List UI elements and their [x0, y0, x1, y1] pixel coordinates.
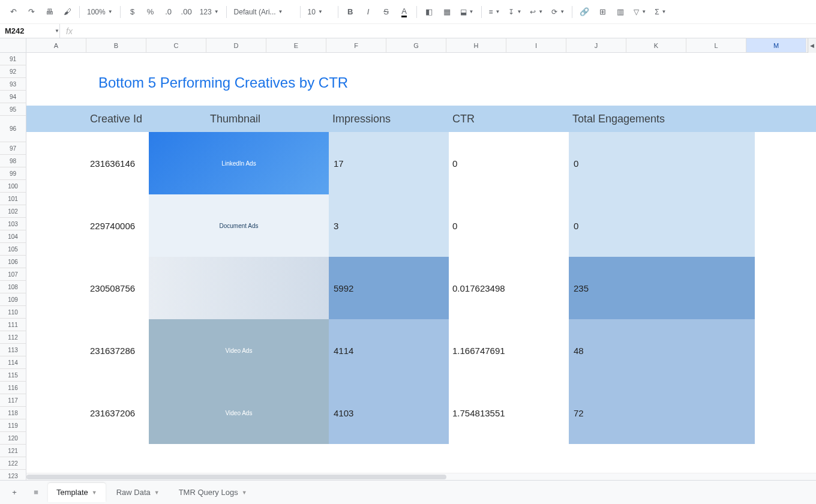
row-header-118[interactable]: 118: [0, 407, 26, 419]
ctr-cell: 0: [452, 158, 457, 169]
row-header-102[interactable]: 102: [0, 205, 26, 218]
row-header-110[interactable]: 110: [0, 306, 26, 319]
row-header-98[interactable]: 98: [0, 155, 26, 167]
undo-button[interactable]: ↶: [5, 4, 22, 20]
row-header-119[interactable]: 119: [0, 419, 26, 432]
scroll-right-indicator[interactable]: ◀: [808, 38, 816, 53]
col-header-M[interactable]: M: [746, 38, 806, 52]
col-header-A[interactable]: A: [26, 38, 86, 52]
row-header-100[interactable]: 100: [0, 180, 26, 193]
row-header-109[interactable]: 109: [0, 293, 26, 306]
row-header-121[interactable]: 121: [0, 445, 26, 457]
row-header-106[interactable]: 106: [0, 256, 26, 268]
text-color-button[interactable]: A: [396, 4, 413, 20]
col-header-D[interactable]: D: [206, 38, 266, 52]
functions-select[interactable]: Σ▼: [651, 5, 670, 19]
name-box[interactable]: M242▼: [0, 24, 60, 38]
all-sheets-button[interactable]: ≡: [26, 483, 46, 502]
row-header-93[interactable]: 93: [0, 78, 26, 91]
sheet-tab-template[interactable]: Template▼: [48, 483, 106, 502]
filter-select[interactable]: ▽▼: [630, 5, 650, 19]
print-button[interactable]: 🖶: [41, 4, 58, 20]
borders-button[interactable]: ▦: [439, 4, 455, 20]
row-header-99[interactable]: 99: [0, 167, 26, 180]
row-header-114[interactable]: 114: [0, 356, 26, 369]
row-header-92[interactable]: 92: [0, 65, 26, 78]
thumbnail-image: LinkedIn Ads: [149, 132, 329, 194]
halign-select[interactable]: ≡▼: [485, 5, 504, 19]
row-header-115[interactable]: 115: [0, 369, 26, 382]
font-select[interactable]: Default (Ari...▼: [230, 5, 296, 19]
creative-id: 229740006: [90, 221, 135, 231]
row-header-111[interactable]: 111: [0, 319, 26, 331]
col-header-B[interactable]: B: [86, 38, 146, 52]
col-header-I[interactable]: I: [506, 38, 566, 52]
zoom-select[interactable]: 100%▼: [83, 5, 116, 19]
row-header-120[interactable]: 120: [0, 432, 26, 445]
engagements-cell: 0: [569, 132, 755, 194]
col-header-C[interactable]: C: [146, 38, 206, 52]
decrease-decimal-button[interactable]: .0: [160, 4, 177, 20]
fill-color-button[interactable]: ◧: [421, 4, 437, 20]
sheet-tab-raw-data[interactable]: Raw Data▼: [108, 483, 168, 502]
row-header-95[interactable]: 95: [0, 103, 26, 116]
col-header-J[interactable]: J: [566, 38, 626, 52]
engagements-cell: 48: [569, 319, 755, 382]
currency-button[interactable]: $: [124, 4, 141, 20]
row-header-117[interactable]: 117: [0, 394, 26, 407]
col-header-K[interactable]: K: [626, 38, 686, 52]
thumbnail-image: Video Ads: [149, 382, 329, 444]
strike-button[interactable]: S: [378, 4, 395, 20]
valign-select[interactable]: ↧▼: [505, 5, 525, 19]
row-header-108[interactable]: 108: [0, 281, 26, 293]
col-header-H[interactable]: H: [446, 38, 506, 52]
creative-id: 231637206: [90, 408, 135, 418]
merge-select[interactable]: ⬓▼: [457, 5, 478, 19]
row-header-101[interactable]: 101: [0, 193, 26, 205]
link-button[interactable]: 🔗: [576, 4, 593, 20]
col-header-E[interactable]: E: [266, 38, 326, 52]
fontsize-select[interactable]: 10▼: [304, 5, 334, 19]
increase-decimal-button[interactable]: .00: [178, 4, 195, 20]
row-header-123[interactable]: 123: [0, 470, 26, 480]
row-header-104[interactable]: 104: [0, 230, 26, 243]
percent-button[interactable]: %: [142, 4, 159, 20]
col-header-L[interactable]: L: [686, 38, 746, 52]
col-header-F[interactable]: F: [326, 38, 386, 52]
bold-button[interactable]: B: [342, 4, 359, 20]
engagements-cell: 235: [569, 257, 755, 319]
sheet-tab-tmr-query-logs[interactable]: TMR Query Logs▼: [170, 483, 256, 502]
row-header-107[interactable]: 107: [0, 268, 26, 281]
row-header-105[interactable]: 105: [0, 243, 26, 256]
add-sheet-button[interactable]: +: [5, 483, 24, 502]
redo-button[interactable]: ↷: [23, 4, 40, 20]
row-header-112[interactable]: 112: [0, 331, 26, 344]
engagements-cell: 72: [569, 382, 755, 444]
horizontal-scrollbar[interactable]: [26, 473, 816, 480]
col-ctr: CTR: [452, 113, 475, 125]
rotate-select[interactable]: ⟳▼: [548, 5, 568, 19]
row-header-96[interactable]: 96: [0, 116, 26, 142]
creative-id: 231636146: [90, 158, 135, 169]
chart-button[interactable]: ▥: [612, 4, 629, 20]
row-header-116[interactable]: 116: [0, 382, 26, 394]
comment-button[interactable]: ⊞: [594, 4, 611, 20]
row-header-97[interactable]: 97: [0, 142, 26, 155]
more-formats-select[interactable]: 123▼: [196, 5, 223, 19]
row-header-113[interactable]: 113: [0, 344, 26, 356]
select-all-corner[interactable]: [0, 38, 26, 52]
row-header-94[interactable]: 94: [0, 91, 26, 103]
row-header-122[interactable]: 122: [0, 457, 26, 470]
row-header-91[interactable]: 91: [0, 53, 26, 65]
paint-format-button[interactable]: 🖌: [59, 4, 76, 20]
spreadsheet-grid: ABCDEFGHIJKLM ◀ 919293949596979899100101…: [0, 38, 816, 480]
ctr-cell: 1.754813551: [452, 408, 505, 418]
row-header-103[interactable]: 103: [0, 218, 26, 230]
wrap-select[interactable]: ↩▼: [526, 5, 547, 19]
italic-button[interactable]: I: [360, 4, 377, 20]
col-header-G[interactable]: G: [386, 38, 446, 52]
cells-area[interactable]: Bottom 5 Performing Creatives by CTR Cre…: [26, 53, 816, 480]
column-headers: ABCDEFGHIJKLM ◀: [0, 38, 816, 53]
thumbnail-image: Document Ads: [149, 194, 329, 257]
col-creative-id: Creative Id: [90, 113, 142, 125]
